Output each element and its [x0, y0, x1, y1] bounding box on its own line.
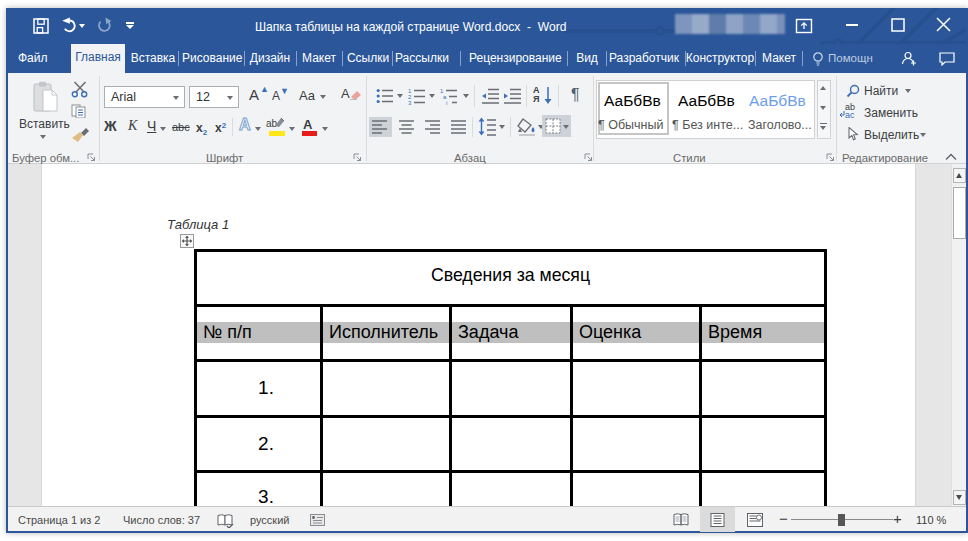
svg-text:i: i	[446, 100, 447, 105]
svg-text:3: 3	[408, 100, 412, 106]
